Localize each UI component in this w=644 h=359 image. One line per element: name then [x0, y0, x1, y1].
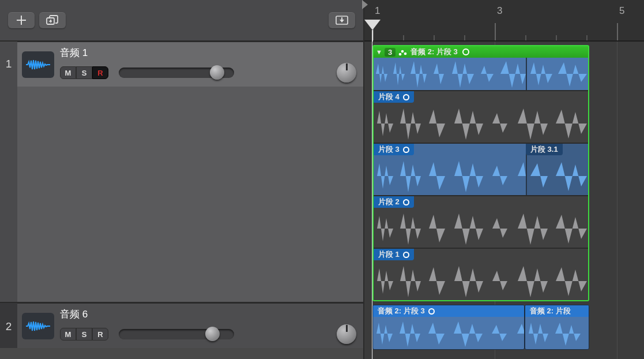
track-header-inner: 音频 1 M S R: [17, 42, 363, 87]
take-name: 片段 3: [378, 144, 400, 155]
cycle-start-icon[interactable]: [362, 0, 368, 9]
mute-button[interactable]: M: [60, 328, 76, 341]
take-label[interactable]: 片段 4: [374, 91, 414, 103]
region-title: 音频 2: 片段: [530, 306, 571, 316]
track-main: 音频 6 M S R: [60, 308, 356, 344]
track-controls: M S R: [60, 324, 356, 344]
msr-group: M S R: [60, 66, 108, 79]
take-waveform[interactable]: [374, 155, 588, 196]
comp-title: 音频 2: 片段 3: [410, 47, 458, 57]
ruler[interactable]: 1 3 5: [364, 0, 644, 42]
ruler-bar-label: 1: [375, 5, 380, 17]
volume-slider[interactable]: [119, 329, 234, 339]
track-name[interactable]: 音频 6: [60, 308, 356, 321]
take-name: 片段 2: [378, 197, 400, 207]
track-number: 2: [0, 303, 17, 348]
loop-marker-icon: [403, 252, 409, 258]
msr-group: M S R: [60, 328, 108, 341]
pan-knob[interactable]: [337, 324, 356, 344]
audio-track-icon: [22, 51, 54, 78]
ruler-bar-label: 3: [497, 5, 502, 17]
record-button[interactable]: R: [92, 66, 108, 79]
region-label[interactable]: 音频 2: 片段: [525, 305, 589, 317]
take-folder-headers: [17, 87, 363, 302]
add-track-button[interactable]: [8, 12, 35, 28]
track-header: 音频 1 M S R: [17, 42, 363, 302]
comp-waveform[interactable]: [374, 58, 588, 90]
track-header-panel: 1 音频 1 M S R: [0, 0, 364, 359]
track-main: 音频 1 M S R: [60, 46, 356, 83]
region-waveform[interactable]: [373, 317, 524, 350]
take-label[interactable]: 片段 2: [374, 196, 414, 208]
ruler-bar-label: 5: [619, 5, 624, 17]
audio-region[interactable]: 音频 2: 片段: [525, 305, 589, 350]
audio-track-icon: [22, 313, 54, 339]
loop-marker-icon: [462, 48, 469, 55]
loop-marker-icon: [428, 308, 435, 315]
take-name: 片段 1: [378, 249, 400, 260]
take-name: 片段 3.1: [530, 144, 558, 155]
take-folder[interactable]: ▼ 3 音频 2: 片段 3 片段 4: [372, 45, 589, 301]
playhead-triangle[interactable]: [364, 20, 381, 30]
solo-button[interactable]: S: [76, 66, 92, 79]
svg-point-2: [399, 53, 402, 56]
track-controls: M S R: [60, 63, 356, 83]
global-tracks-button[interactable]: [329, 12, 355, 28]
timeline-area: 1 3 5 ▼ 3: [364, 0, 644, 359]
take-waveform[interactable]: [374, 208, 588, 249]
take-row[interactable]: 片段 3 片段 3.1: [374, 143, 588, 195]
daw-window: 1 音频 1 M S R: [0, 0, 644, 359]
loop-marker-icon: [403, 94, 409, 100]
take-label[interactable]: 片段 3: [374, 144, 414, 155]
take-waveform[interactable]: [374, 260, 588, 301]
loop-marker-icon: [403, 147, 409, 153]
track-row-1[interactable]: 1 音频 1 M S R: [0, 42, 363, 302]
region-label[interactable]: 音频 2: 片段 3: [373, 305, 524, 317]
region-waveform[interactable]: [525, 317, 589, 350]
svg-point-4: [404, 53, 407, 55]
pan-knob[interactable]: [337, 63, 356, 83]
audio-region[interactable]: 音频 2: 片段 3: [372, 305, 525, 350]
volume-thumb[interactable]: [205, 327, 220, 341]
volume-slider[interactable]: [119, 68, 234, 78]
take-label[interactable]: 片段 1: [374, 249, 414, 260]
track-header-inner: 音频 6 M S R: [17, 304, 363, 348]
mute-button[interactable]: M: [60, 66, 76, 79]
record-button[interactable]: R: [92, 328, 108, 341]
svg-point-3: [401, 50, 404, 53]
track-header: 音频 6 M S R: [17, 303, 363, 348]
solo-button[interactable]: S: [76, 328, 92, 341]
track-number: 1: [0, 42, 17, 302]
plus-icon: [16, 15, 27, 25]
region-title: 音频 2: 片段 3: [378, 306, 425, 316]
loop-marker-icon: [403, 199, 409, 205]
quick-swipe-icon[interactable]: [398, 48, 408, 56]
take-row[interactable]: 片段 1: [374, 248, 588, 300]
arrow-in-box-icon: [336, 16, 348, 25]
comp-count-badge: 3: [385, 48, 396, 57]
header-toolbar: [0, 0, 363, 42]
take-row[interactable]: 片段 4: [374, 90, 588, 143]
take-label[interactable]: 片段 3.1: [526, 144, 563, 155]
duplicate-icon: [46, 15, 59, 25]
comp-header[interactable]: ▼ 3 音频 2: 片段 3: [374, 46, 588, 58]
disclosure-triangle-icon[interactable]: ▼: [376, 48, 382, 55]
take-waveform[interactable]: [374, 103, 588, 144]
take-row[interactable]: 片段 2: [374, 195, 588, 248]
duplicate-track-button[interactable]: [39, 12, 66, 28]
track-row-2[interactable]: 2 音频 6 M S R: [0, 302, 363, 348]
take-name: 片段 4: [378, 92, 400, 102]
volume-thumb[interactable]: [210, 65, 224, 80]
track-name[interactable]: 音频 1: [60, 46, 356, 59]
